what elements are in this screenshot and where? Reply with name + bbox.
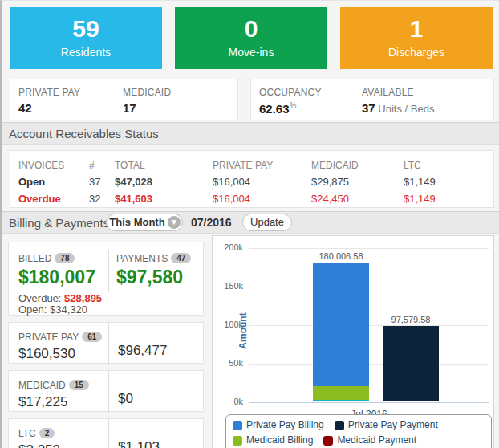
private-pay-count-badge: 61: [82, 332, 102, 342]
col-private-pay: PRIVATE PAY: [213, 157, 311, 173]
legend-item[interactable]: Medicaid Payment: [323, 434, 416, 447]
chart-plot: Amount Jul 2016 200k150k100k50k0k180,006…: [250, 248, 489, 402]
medicaid-paid: $0: [118, 391, 133, 407]
medicaid-count-badge: 15: [69, 380, 89, 390]
open-amount: $34,320: [50, 303, 87, 316]
private-pay-breakdown-card: PRIVATE PAY61 $160,530 $96,477: [8, 322, 204, 364]
legend-swatch-icon: [233, 436, 242, 446]
discharges-count: 1: [340, 15, 493, 43]
payments-amount: $97,580: [116, 267, 191, 288]
card-divider: [108, 371, 109, 413]
discharges-label: Discharges: [340, 46, 493, 59]
move-ins-label: Move-ins: [175, 46, 327, 59]
medicaid-census-label: MEDICAID: [123, 87, 171, 98]
private-pay-billed: $160,530: [18, 346, 102, 362]
legend-label: Medicaid Billing: [246, 434, 313, 447]
legend-item[interactable]: Private Pay Billing: [233, 418, 324, 432]
legend-swatch-icon: [323, 436, 333, 446]
private-pay-census-value: 42: [18, 101, 80, 115]
bar-segment-private-pay-payment[interactable]: [383, 326, 439, 401]
billed-stat: BILLED78 $180,007: [18, 250, 95, 288]
private-pay-paid: $96,477: [118, 343, 167, 359]
receivables-section-title: Account Receivables Status: [2, 122, 499, 145]
card-divider: [108, 419, 109, 448]
ltc-breakdown-card: LTC2 $2,252 $1,103: [8, 418, 204, 448]
bar-segment-medicaid-billing[interactable]: [313, 386, 369, 400]
bar-segment-private-pay-billing[interactable]: [313, 263, 369, 386]
table-row-open: Open 37 $47,028 $16,004 $29,875 $1,149: [18, 173, 493, 190]
billing-summary-card: BILLED78 $180,007 PAYMENTS47 $97,580 Ove…: [8, 242, 204, 316]
period-dropdown[interactable]: This Month ▼: [106, 214, 183, 231]
y-axis-tick-label: 0k: [233, 397, 243, 406]
y-axis-tick-label: 50k: [229, 358, 243, 368]
legend-label: Private Pay Billing: [246, 418, 324, 432]
occupancy-value: 62.63%: [259, 101, 322, 116]
billing-chart-panel: Amount Jul 2016 200k150k100k50k0k180,006…: [212, 235, 494, 448]
legend-swatch-icon: [233, 421, 242, 430]
dashboard: 59 Residents 0 Move-ins 1 Discharges PRI…: [0, 0, 499, 448]
ltc-paid: $1,103: [118, 439, 160, 448]
medicaid-breakdown-label: MEDICAID: [18, 380, 66, 391]
private-pay-census: PRIVATE PAY 42: [18, 87, 80, 115]
legend-label: Medicaid Payment: [337, 434, 416, 447]
bar-segment-ltc-billing[interactable]: [313, 400, 369, 401]
billed-amount: $180,007: [18, 267, 95, 288]
medicaid-billed: $17,225: [18, 394, 89, 410]
ltc-count-badge: 2: [39, 428, 55, 438]
chart-gridline: [250, 364, 489, 365]
legend-item[interactable]: Medicaid Billing: [233, 434, 313, 447]
billed-label: BILLED: [18, 253, 51, 264]
col-count: #: [89, 157, 115, 173]
summary-divider: [108, 250, 109, 292]
medicaid-breakdown-card: MEDICAID15 $17,225 $0: [8, 370, 204, 412]
open-line: Open: $34,320: [18, 303, 87, 316]
period-dropdown-value: This Month: [109, 216, 164, 228]
payments-stat: PAYMENTS47 $97,580: [116, 250, 191, 288]
available-value: 37 Units / Beds: [362, 101, 434, 115]
occupancy-card: OCCUPANCY 62.63% AVAILABLE 37 Units / Be…: [250, 79, 494, 120]
receivables-table: INVOICES # TOTAL PRIVATE PAY MEDICAID LT…: [10, 150, 494, 208]
occupancy-stat: OCCUPANCY 62.63%: [259, 87, 322, 116]
period-date: 07/2016: [191, 216, 232, 229]
chart-gridline: [250, 325, 489, 326]
residents-label: Residents: [10, 46, 162, 59]
medicaid-census: MEDICAID 17: [123, 87, 171, 115]
legend-label: Private Pay Payment: [348, 418, 438, 432]
private-pay-census-label: PRIVATE PAY: [18, 87, 80, 98]
update-button[interactable]: Update: [242, 214, 292, 231]
y-axis-tick-label: 100k: [224, 320, 243, 329]
legend-item[interactable]: Private Pay Payment: [335, 418, 438, 432]
discharges-card: 1 Discharges: [340, 7, 493, 69]
y-axis-title: Amount: [237, 307, 249, 355]
chart-gridline: [250, 248, 489, 249]
bar-payment[interactable]: [383, 326, 439, 401]
residents-count: 59: [10, 15, 162, 43]
payments-count-badge: 47: [171, 253, 191, 263]
chart-gridline: [250, 287, 489, 287]
receivables-header-row: INVOICES # TOTAL PRIVATE PAY MEDICAID LT…: [18, 157, 493, 173]
overdue-line: Overdue: $28,895: [18, 292, 102, 304]
payments-label: PAYMENTS: [116, 253, 168, 264]
available-stat: AVAILABLE 37 Units / Beds: [362, 87, 434, 115]
table-row-overdue: Overdue 32 $41,603 $16,004 $24,450 $1,14…: [18, 190, 493, 207]
y-axis-tick-label: 150k: [224, 281, 243, 291]
card-divider: [108, 323, 109, 365]
col-total: TOTAL: [115, 157, 213, 173]
move-ins-card: 0 Move-ins: [175, 7, 327, 69]
available-label: AVAILABLE: [362, 87, 434, 98]
payer-census-card: PRIVATE PAY 42 MEDICAID 17: [10, 79, 238, 120]
bar-billing[interactable]: [313, 263, 369, 401]
ltc-breakdown-label: LTC: [18, 428, 36, 439]
col-ltc: LTC: [404, 157, 493, 173]
bar-total-label: 180,006.58: [318, 251, 363, 261]
private-pay-breakdown-label: PRIVATE PAY: [18, 332, 79, 343]
occupancy-label: OCCUPANCY: [259, 87, 322, 98]
chart-legend: Private Pay BillingPrivate Pay PaymentMe…: [225, 414, 492, 448]
occupancy-unit: %: [290, 101, 297, 110]
ltc-billed: $2,252: [18, 442, 60, 448]
chart-gridline: [250, 402, 489, 403]
y-axis-tick-label: 200k: [224, 242, 243, 252]
bar-segment-ltc-payment[interactable]: [383, 401, 439, 401]
chevron-down-icon: ▼: [168, 216, 181, 229]
available-unit: Units / Beds: [375, 103, 435, 115]
